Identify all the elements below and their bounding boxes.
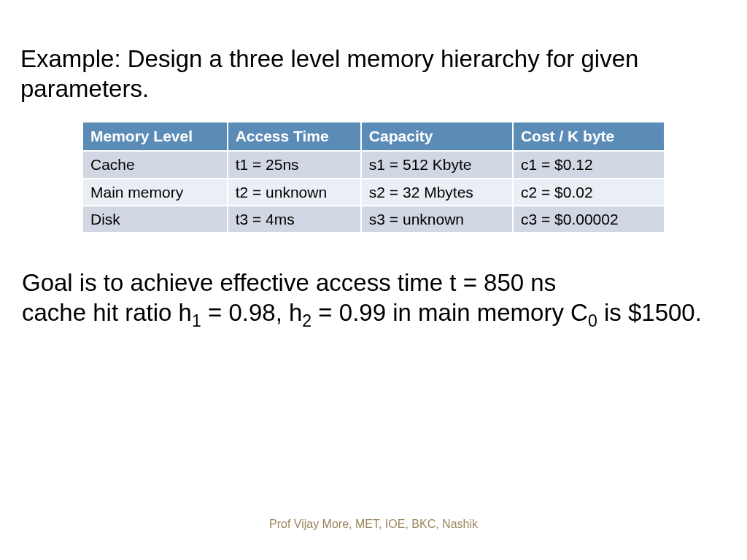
sub-1: 1: [192, 311, 201, 330]
col-header-capacity: Capacity: [361, 122, 513, 151]
footer-credit: Prof Vijay More, MET, IOE, BKC, Nashik: [0, 518, 747, 531]
goal-line1: Goal is to achieve effective access time…: [22, 269, 556, 296]
cell-capacity: s1 = 512 Kbyte: [361, 151, 513, 178]
cell-level: Cache: [82, 151, 228, 178]
cell-level: Main memory: [82, 179, 228, 206]
sub-2: 2: [302, 311, 311, 330]
memory-hierarchy-table: Memory Level Access Time Capacity Cost /…: [82, 121, 665, 233]
goal-line2-d: is $1500.: [597, 299, 702, 326]
cell-cost: c1 = $0.12: [513, 151, 665, 178]
goal-line2-b: = 0.98, h: [201, 299, 303, 326]
table-row: Main memory t2 = unknown s2 = 32 Mbytes …: [82, 179, 665, 206]
col-header-cost: Cost / K byte: [513, 122, 665, 151]
cell-access: t3 = 4ms: [228, 206, 361, 233]
cell-access: t1 = 25ns: [228, 151, 361, 178]
table-header-row: Memory Level Access Time Capacity Cost /…: [82, 122, 665, 151]
goal-line2-c: = 0.99 in main memory C: [311, 299, 588, 326]
slide: Example: Design a three level memory hie…: [0, 0, 747, 560]
sub-0: 0: [588, 311, 597, 330]
col-header-access-time: Access Time: [228, 122, 361, 151]
cell-access: t2 = unknown: [228, 179, 361, 206]
table-row: Disk t3 = 4ms s3 = unknown c3 = $0.00002: [82, 206, 665, 233]
table-row: Cache t1 = 25ns s1 = 512 Kbyte c1 = $0.1…: [82, 151, 665, 178]
goal-text: Goal is to achieve effective access time…: [22, 268, 722, 332]
slide-title: Example: Design a three level memory hie…: [20, 44, 721, 104]
cell-cost: c2 = $0.02: [513, 179, 665, 206]
cell-capacity: s2 = 32 Mbytes: [361, 179, 513, 206]
cell-level: Disk: [82, 206, 228, 233]
cell-capacity: s3 = unknown: [361, 206, 513, 233]
cell-cost: c3 = $0.00002: [513, 206, 665, 233]
col-header-memory-level: Memory Level: [82, 122, 228, 151]
goal-line2-a: cache hit ratio h: [22, 299, 192, 326]
